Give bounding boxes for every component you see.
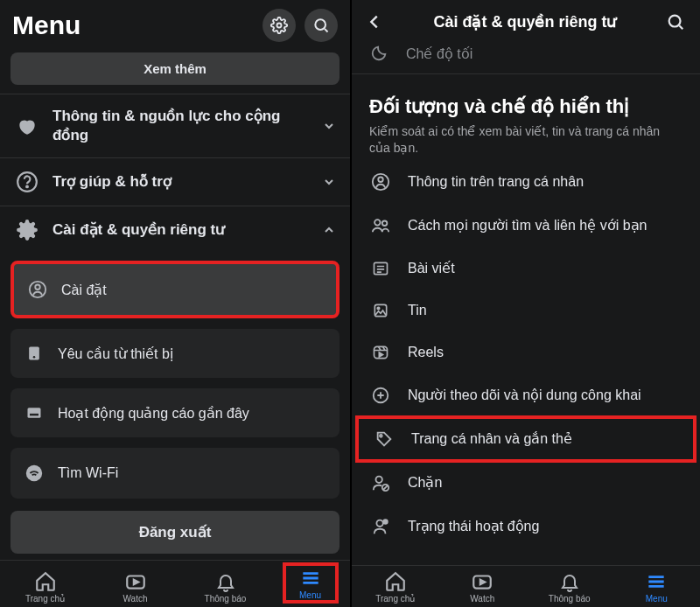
menu-icon bbox=[299, 567, 322, 590]
logout-button[interactable]: Đăng xuất bbox=[10, 511, 340, 554]
settings-gear-button[interactable] bbox=[262, 9, 296, 42]
tab-watch[interactable]: Watch bbox=[108, 571, 164, 604]
active-status-row[interactable]: Trạng thái hoạt động bbox=[352, 505, 700, 548]
search-button[interactable] bbox=[662, 12, 690, 31]
gear-icon bbox=[16, 219, 38, 241]
section-title: Đối tượng và chế độ hiển thị bbox=[369, 95, 682, 118]
svg-rect-9 bbox=[28, 408, 41, 418]
posts-row[interactable]: Bài viết bbox=[352, 248, 700, 290]
block-person-icon bbox=[371, 473, 390, 492]
menu-icon bbox=[645, 570, 668, 593]
settings-privacy-screen: Cài đặt & quyền riêng tư Chế độ tối Đối … bbox=[350, 0, 700, 607]
see-more-button[interactable]: Xem thêm bbox=[10, 52, 340, 85]
community-info-row[interactable]: Thông tin & nguồn lực cho cộng đồng bbox=[0, 94, 350, 157]
how-people-find-row[interactable]: Cách mọi người tìm và liên hệ với bạn bbox=[352, 204, 700, 248]
blocking-row[interactable]: Chặn bbox=[352, 461, 700, 505]
device-requests-item[interactable]: Yêu cầu từ thiết bị bbox=[10, 329, 340, 378]
section-header: Đối tượng và chế độ hiển thị Kiểm soát a… bbox=[352, 74, 700, 160]
handshake-icon bbox=[16, 115, 38, 137]
person-circle-icon bbox=[28, 280, 47, 299]
plus-circle-icon bbox=[371, 386, 390, 405]
svg-point-21 bbox=[377, 307, 380, 310]
tab-menu[interactable]: Menu bbox=[283, 562, 339, 604]
svg-point-6 bbox=[35, 285, 40, 290]
svg-point-14 bbox=[669, 16, 681, 27]
tab-notifications[interactable]: Thông báo bbox=[542, 571, 598, 604]
svg-rect-10 bbox=[30, 414, 38, 416]
svg-point-0 bbox=[277, 24, 282, 28]
settings-privacy-sublist: Cài đặt Yêu cầu từ thiết bị Hoạt động qu… bbox=[0, 254, 350, 502]
find-wifi-label: Tìm Wi-Fi bbox=[58, 465, 118, 481]
reels-icon bbox=[372, 344, 389, 361]
watch-icon bbox=[471, 570, 494, 593]
active-status-icon bbox=[371, 517, 390, 536]
stories-row[interactable]: Tin bbox=[352, 290, 700, 331]
svg-point-1 bbox=[315, 19, 326, 30]
tab-home[interactable]: Trang chủ bbox=[368, 571, 424, 604]
svg-point-16 bbox=[378, 177, 383, 182]
svg-point-24 bbox=[380, 435, 382, 437]
moon-icon bbox=[369, 44, 392, 63]
device-requests-label: Yêu cầu từ thiết bị bbox=[58, 345, 173, 362]
dark-mode-row[interactable]: Chế độ tối bbox=[352, 44, 700, 74]
watch-icon bbox=[124, 570, 147, 593]
bell-icon bbox=[559, 571, 580, 592]
bottom-tabbar: Trang chủ Watch Thông báo Menu bbox=[352, 565, 700, 607]
menu-screen: Menu Xem thêm Thông tin & nguồn lực cho … bbox=[0, 0, 350, 607]
tab-home[interactable]: Trang chủ bbox=[18, 571, 74, 604]
tag-icon bbox=[374, 429, 394, 449]
svg-point-25 bbox=[376, 476, 382, 482]
svg-point-12 bbox=[33, 477, 35, 478]
search-icon bbox=[312, 17, 330, 34]
people-icon bbox=[371, 216, 390, 235]
svg-point-8 bbox=[33, 356, 36, 359]
section-desc: Kiểm soát ai có thể xem bài viết, tin và… bbox=[369, 123, 682, 157]
svg-point-3 bbox=[26, 186, 28, 188]
svg-point-11 bbox=[26, 465, 42, 481]
search-icon bbox=[666, 12, 685, 31]
person-circle-icon bbox=[371, 172, 390, 192]
settings-label: Cài đặt bbox=[61, 282, 107, 298]
chevron-down-icon bbox=[322, 175, 336, 189]
bottom-tabbar: Trang chủ Watch Thông báo Menu bbox=[0, 560, 350, 607]
header-actions bbox=[262, 9, 338, 42]
gear-icon bbox=[270, 17, 288, 34]
wifi-icon bbox=[24, 464, 44, 483]
chevron-up-icon bbox=[322, 223, 336, 237]
recent-ad-label: Hoạt động quảng cáo gần đây bbox=[58, 405, 249, 422]
find-wifi-item[interactable]: Tìm Wi-Fi bbox=[10, 448, 340, 499]
reels-row[interactable]: Reels bbox=[352, 331, 700, 373]
search-button[interactable] bbox=[304, 9, 338, 42]
device-icon bbox=[25, 345, 43, 362]
posts-icon bbox=[372, 260, 389, 277]
menu-header: Menu bbox=[0, 0, 350, 52]
chevron-down-icon bbox=[322, 119, 336, 133]
tab-menu[interactable]: Menu bbox=[628, 571, 684, 604]
home-icon bbox=[384, 570, 407, 593]
tab-notifications[interactable]: Thông báo bbox=[198, 571, 254, 604]
bell-icon bbox=[215, 571, 236, 592]
followers-row[interactable]: Người theo dõi và nội dung công khai bbox=[352, 373, 700, 417]
settings-header: Cài đặt & quyền riêng tư bbox=[352, 0, 700, 44]
svg-point-27 bbox=[376, 520, 382, 526]
recent-ad-item[interactable]: Hoạt động quảng cáo gần đây bbox=[10, 388, 340, 437]
tab-watch[interactable]: Watch bbox=[454, 571, 510, 604]
back-button[interactable] bbox=[360, 12, 388, 31]
page-title: Cài đặt & quyền riêng tư bbox=[433, 12, 616, 31]
help-support-row[interactable]: Trợ giúp & hỗ trợ bbox=[0, 157, 350, 206]
profile-tagging-row[interactable]: Trang cá nhân và gắn thẻ bbox=[355, 415, 696, 463]
settings-privacy-row[interactable]: Cài đặt & quyền riêng tư bbox=[0, 206, 350, 254]
ad-activity-icon bbox=[25, 404, 43, 422]
profile-info-row[interactable]: Thông tin trên trang cá nhân bbox=[352, 160, 700, 204]
home-icon bbox=[34, 570, 57, 593]
svg-point-17 bbox=[374, 220, 380, 225]
chevron-left-icon bbox=[365, 12, 384, 31]
svg-point-18 bbox=[382, 220, 388, 226]
page-title: Menu bbox=[12, 10, 80, 40]
settings-item[interactable]: Cài đặt bbox=[10, 261, 340, 318]
stories-icon bbox=[372, 302, 389, 319]
svg-point-28 bbox=[383, 520, 388, 524]
help-icon bbox=[16, 171, 38, 193]
